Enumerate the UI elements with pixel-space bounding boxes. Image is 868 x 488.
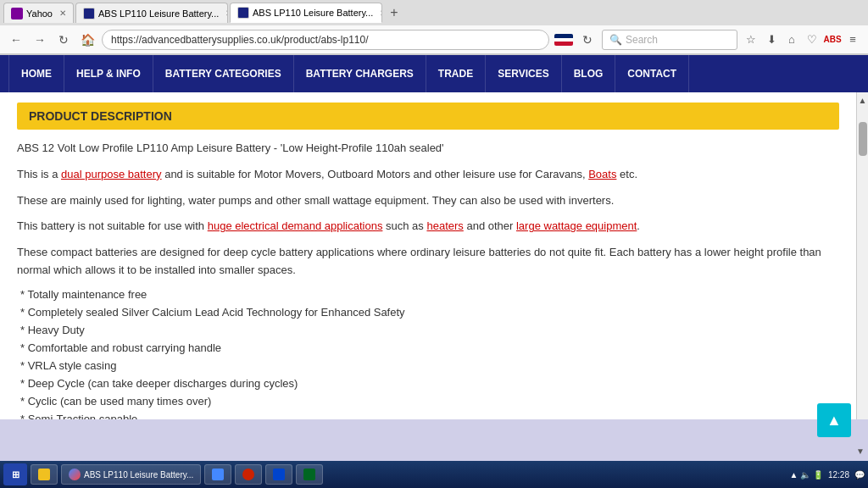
nav-battery-categories[interactable]: BATTERY CATEGORIES [153, 55, 294, 92]
menu-icon[interactable]: ≡ [844, 31, 861, 48]
url-box[interactable]: https://advancedbatterysupplies.co.uk/pr… [102, 30, 549, 50]
abs1-favicon [83, 8, 95, 19]
link-boats[interactable]: Boats [588, 168, 616, 180]
app3-icon [242, 469, 254, 480]
scroll-thumb[interactable] [859, 122, 867, 156]
tab-yahoo[interactable]: Yahoo ✕ [3, 3, 74, 23]
taskbar-firefox[interactable]: ABS LP110 Leisure Battery... [61, 464, 201, 485]
refresh-button[interactable]: ↻ [54, 30, 73, 49]
toolbar-icons: ☆ ⬇ ⌂ ♡ ABS ≡ [743, 31, 861, 48]
paragraph-1: ABS 12 Volt Low Profile LP110 Amp Leisur… [17, 140, 839, 158]
new-tab-button[interactable]: + [384, 3, 404, 23]
nav-help[interactable]: HELP & INFO [64, 55, 153, 92]
feature-1: * Totally maintenance free [17, 288, 839, 301]
tab-yahoo-close[interactable]: ✕ [59, 8, 66, 18]
link-heaters[interactable]: heaters [426, 219, 463, 232]
feature-7: * Cyclic (can be used many times over) [17, 395, 839, 408]
notification-icon: 💬 [854, 470, 865, 480]
flag-icon [554, 34, 573, 46]
nav-contact[interactable]: CONTACT [615, 55, 689, 92]
home-icon2[interactable]: ⌂ [783, 31, 800, 48]
home-nav-button[interactable]: 🏠 [78, 30, 97, 49]
nav-trade[interactable]: TRADE [426, 55, 486, 92]
search-icon: 🔍 [609, 34, 622, 46]
firefox-icon [69, 469, 81, 480]
taskbar-explorer[interactable] [31, 464, 58, 485]
download-icon[interactable]: ⬇ [763, 31, 780, 48]
star-icon[interactable]: ☆ [743, 31, 760, 48]
page-content-wrapper: PRODUCT DESCRIPTION ABS 12 Volt Low Prof… [0, 92, 868, 419]
search-box[interactable]: 🔍 Search [602, 30, 737, 50]
tab-abs1-close[interactable]: ✕ [225, 8, 228, 18]
tab-yahoo-label: Yahoo [26, 8, 53, 19]
refresh2-button[interactable]: ↻ [578, 30, 597, 49]
tab-abs2-close[interactable]: ✕ [380, 8, 382, 18]
tab-bar: Yahoo ✕ ABS LP110 Leisure Battery... ✕ A… [0, 0, 868, 25]
systray-icons: ▲ 🔈 🔋 [790, 470, 823, 480]
tab-abs1-label: ABS LP110 Leisure Battery... [98, 8, 219, 19]
search-placeholder: Search [626, 34, 658, 46]
browser-chrome: Yahoo ✕ ABS LP110 Leisure Battery... ✕ A… [0, 0, 868, 55]
feature-2: * Completely sealed Silver Calcium Lead … [17, 306, 839, 319]
abs-logo-icon: ABS [824, 31, 841, 48]
product-description-header: PRODUCT DESCRIPTION [17, 103, 839, 130]
paragraph-4: This battery is not suitable for use wit… [17, 218, 839, 236]
tab-abs2-label: ABS LP110 Leisure Battery... [253, 8, 373, 18]
paragraph-3: These are mainly used for lighting, wate… [17, 192, 839, 210]
taskbar-btn3[interactable] [235, 464, 262, 485]
scrollbar[interactable]: ▲ ▼ [856, 92, 868, 419]
nav-services[interactable]: SERVICES [486, 55, 561, 92]
taskbar-btn4[interactable] [265, 464, 292, 485]
app5-icon [303, 469, 315, 480]
taskbar-btn5[interactable] [296, 464, 323, 485]
tab-abs1[interactable]: ABS LP110 Leisure Battery... ✕ [75, 3, 228, 23]
nav-home[interactable]: HOME [8, 55, 64, 92]
link-dual-purpose[interactable]: dual purpose battery [61, 168, 162, 180]
abs2-favicon [237, 7, 249, 19]
feature-6: * Deep Cycle (can take deeper discharges… [17, 377, 839, 390]
site-navigation: HOME HELP & INFO BATTERY CATEGORIES BATT… [0, 55, 868, 92]
yahoo-favicon [11, 8, 23, 19]
explorer-icon [38, 469, 50, 480]
chevron-up-icon: ▲ [826, 412, 842, 430]
nav-blog[interactable]: BLOG [562, 55, 616, 92]
back-button[interactable]: ← [7, 30, 25, 49]
link-huge-electrical[interactable]: huge electrical demand applications [208, 219, 383, 232]
clock: 12:28 [828, 470, 849, 480]
app4-icon [273, 469, 285, 480]
feature-8: * Semi-Traction capable [17, 413, 839, 419]
feature-3: * Heavy Duty [17, 324, 839, 336]
taskbar: ⊞ ABS LP110 Leisure Battery... ▲ 🔈 🔋 12:… [0, 461, 868, 488]
tab-abs2[interactable]: ABS LP110 Leisure Battery... ✕ [230, 3, 382, 23]
bookmark-icon[interactable]: ♡ [804, 31, 821, 48]
taskbar-firefox-label: ABS LP110 Leisure Battery... [84, 470, 193, 480]
windows-icon: ⊞ [12, 469, 19, 480]
section-title: PRODUCT DESCRIPTION [29, 109, 172, 123]
start-button[interactable]: ⊞ [3, 463, 27, 485]
back-to-top-button[interactable]: ▲ [817, 403, 851, 437]
main-content: PRODUCT DESCRIPTION ABS 12 Volt Low Prof… [0, 92, 856, 419]
paragraph-2: This is a dual purpose battery and is su… [17, 166, 839, 184]
nav-battery-chargers[interactable]: BATTERY CHARGERS [294, 55, 426, 92]
systray: ▲ 🔈 🔋 12:28 💬 [790, 470, 865, 480]
app2-icon [212, 469, 224, 480]
address-bar: ← → ↻ 🏠 https://advancedbatterysupplies.… [0, 25, 868, 54]
link-large-wattage[interactable]: large wattage equipment [516, 219, 637, 232]
feature-5: * VRLA style casing [17, 359, 839, 372]
forward-button[interactable]: → [31, 30, 49, 49]
paragraph-5: These compact batteries are designed for… [17, 244, 839, 280]
features-list: * Totally maintenance free * Completely … [17, 288, 839, 419]
url-text: https://advancedbatterysupplies.co.uk/pr… [111, 34, 369, 46]
taskbar-btn2[interactable] [204, 464, 231, 485]
feature-4: * Comfortable and robust carrying handle [17, 341, 839, 354]
